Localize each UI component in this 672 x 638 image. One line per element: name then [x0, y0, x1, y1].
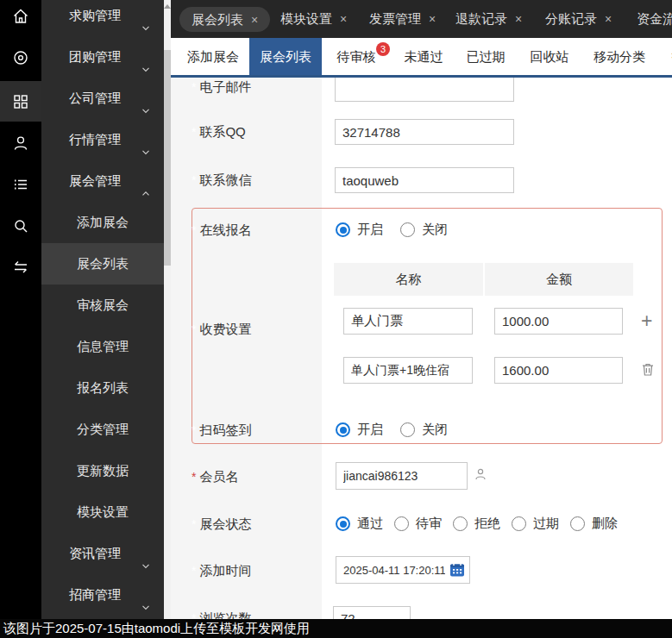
required-mark: *: [192, 322, 196, 336]
tab-expo-list[interactable]: 展会列表: [249, 38, 322, 75]
window-tab-invoice[interactable]: 发票管理×: [369, 0, 436, 38]
radio-option-off[interactable]: 关闭: [400, 222, 448, 238]
window-tab-refunds[interactable]: 退款记录×: [455, 0, 522, 38]
add-row-icon[interactable]: +: [641, 313, 652, 328]
scrollbar-thumb[interactable]: [164, 50, 171, 266]
delete-row-icon[interactable]: [641, 362, 655, 380]
chevron-down-icon: [140, 92, 152, 104]
grid-icon[interactable]: [11, 92, 30, 111]
fee-name-input-1[interactable]: [343, 308, 473, 335]
add-time-field-wrapper: [336, 556, 470, 584]
add-time-field[interactable]: [336, 557, 445, 583]
section-tab-bar: 添加展会 展会列表 待审核3 未通过 已过期 回收站 移动分类 拖: [171, 38, 672, 78]
swap-arrows-icon[interactable]: [11, 258, 30, 277]
radio-option-rejected[interactable]: 拒绝: [453, 516, 500, 532]
window-tab-expo-list[interactable]: 展会列表×: [179, 7, 270, 32]
required-mark: *: [192, 611, 196, 619]
calendar-icon[interactable]: [449, 562, 465, 578]
required-mark: *: [192, 517, 196, 531]
radio-option-expired[interactable]: 过期: [512, 516, 559, 532]
tab-move-category[interactable]: 移动分类: [583, 38, 656, 75]
vertical-scrollbar[interactable]: [164, 0, 171, 619]
fee-header-amount: 金额: [485, 263, 633, 296]
target-icon[interactable]: [11, 48, 30, 67]
sidebar-item-gongsi[interactable]: 公司管理: [41, 78, 164, 119]
window-tab-split-records[interactable]: 分账记录×: [545, 0, 612, 38]
fee-name-input-2[interactable]: [343, 357, 473, 384]
fee-header-name: 名称: [334, 263, 483, 296]
chevron-down-icon: [140, 134, 152, 146]
radio-option-passed[interactable]: 通过: [336, 516, 383, 532]
tab-not-passed[interactable]: 未通过: [393, 38, 454, 75]
close-icon[interactable]: ×: [515, 12, 522, 26]
radio-unselected-icon: [453, 516, 468, 531]
fee-amount-input-2[interactable]: [494, 357, 623, 384]
tab-pending-review[interactable]: 待审核3: [326, 38, 386, 75]
wechat-label: *联系微信: [192, 172, 251, 187]
person-icon[interactable]: [11, 134, 30, 153]
qq-field[interactable]: [335, 119, 514, 145]
required-mark: *: [192, 80, 196, 94]
radio-selected-icon: [336, 222, 350, 237]
fee-amount-input-1[interactable]: [494, 308, 623, 335]
close-icon[interactable]: ×: [251, 13, 258, 27]
sidebar-item-info-mgmt[interactable]: 信息管理: [41, 326, 164, 367]
sidebar-item-qiugou[interactable]: 求购管理: [41, 0, 164, 36]
scroll-up-arrow[interactable]: [164, 4, 171, 9]
sidebar-item-review-expo[interactable]: 审核展会: [41, 285, 164, 326]
member-name-field[interactable]: [336, 462, 468, 490]
online-signup-radio-group: 开启 关闭: [336, 222, 448, 238]
radio-option-deleted[interactable]: 删除: [570, 516, 618, 532]
sidebar-item-zhanhui[interactable]: 展会管理: [41, 160, 164, 202]
sidebar-item-zixun[interactable]: 资讯管理: [41, 533, 164, 574]
wechat-field[interactable]: [335, 167, 514, 193]
chevron-down-icon: [140, 51, 152, 63]
user-icon[interactable]: [474, 467, 487, 485]
close-icon[interactable]: ×: [340, 12, 347, 26]
radio-option-on[interactable]: 开启: [336, 422, 383, 438]
required-mark: *: [192, 125, 196, 139]
radio-selected-icon: [336, 422, 350, 437]
member-name-label: *会员名: [192, 469, 238, 484]
search-icon[interactable]: [11, 216, 30, 235]
radio-unselected-icon: [394, 516, 409, 531]
icon-rail: [0, 0, 41, 619]
list-icon[interactable]: [11, 175, 30, 194]
sidebar-menu: 求购管理 团购管理 公司管理 行情管理 展会管理 添加展会 展会列表 审核展会 …: [41, 0, 164, 619]
view-count-label: *浏览次数: [192, 610, 251, 619]
fee-settings-label: *收费设置: [192, 322, 251, 336]
scan-checkin-radio-group: 开启 关闭: [336, 422, 448, 438]
sidebar-item-expo-list[interactable]: 展会列表: [41, 243, 164, 285]
sidebar-item-update-data[interactable]: 更新数据: [41, 450, 164, 491]
watermark-bar: 该图片于2025-07-15由taomodi上传至模板开发网使用: [0, 619, 672, 638]
tab-recycle-bin[interactable]: 回收站: [519, 38, 580, 75]
sidebar-item-add-expo[interactable]: 添加展会: [41, 202, 164, 243]
expo-status-label: *展会状态: [192, 516, 251, 531]
scan-checkin-label: *扫码签到: [192, 422, 251, 437]
tab-expired[interactable]: 已过期: [455, 38, 516, 75]
sidebar-item-category-mgmt[interactable]: 分类管理: [41, 409, 164, 450]
radio-unselected-icon: [400, 222, 415, 237]
window-tab-module-settings[interactable]: 模块设置×: [280, 0, 347, 38]
chevron-down-icon: [140, 547, 152, 560]
required-mark: *: [192, 173, 196, 187]
email-field[interactable]: [335, 78, 514, 102]
sidebar-item-hangqing[interactable]: 行情管理: [41, 119, 164, 160]
close-icon[interactable]: ×: [429, 12, 436, 26]
expo-status-radio-group: 通过 待审 拒绝 过期 删除: [336, 516, 618, 532]
sidebar-item-signup-list[interactable]: 报名列表: [41, 367, 164, 409]
view-count-field[interactable]: [333, 606, 411, 619]
sidebar-item-zhaoshang[interactable]: 招商管理: [41, 574, 164, 616]
tab-add-expo[interactable]: 添加展会: [177, 38, 249, 75]
home-icon[interactable]: [11, 7, 30, 26]
close-icon[interactable]: ×: [605, 12, 612, 26]
window-tab-funds[interactable]: 资金流: [637, 0, 672, 38]
sidebar-item-module-settings[interactable]: 模块设置: [41, 491, 164, 533]
radio-option-pending[interactable]: 待审: [394, 516, 442, 532]
tab-drag[interactable]: 拖: [661, 38, 672, 75]
chevron-down-icon: [140, 589, 152, 601]
radio-option-on[interactable]: 开启: [336, 222, 383, 238]
radio-option-off[interactable]: 关闭: [400, 422, 448, 438]
sidebar-item-tuangou[interactable]: 团购管理: [41, 36, 164, 78]
chevron-down-icon: [140, 9, 152, 22]
